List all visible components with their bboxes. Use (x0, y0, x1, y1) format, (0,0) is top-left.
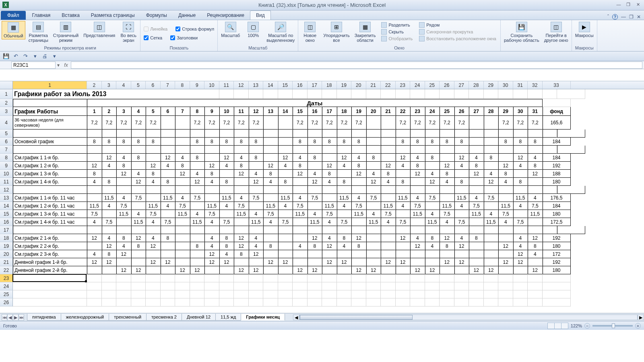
cell[interactable] (161, 226, 175, 234)
column-header[interactable]: 31 (513, 81, 528, 89)
cell[interactable] (87, 282, 102, 290)
cell[interactable] (131, 146, 146, 154)
cell[interactable]: 7,5 (249, 194, 264, 202)
cell[interactable] (351, 226, 366, 234)
cell[interactable] (513, 298, 528, 306)
cell[interactable]: 12 (190, 266, 205, 274)
cell[interactable] (498, 130, 513, 138)
cell[interactable]: 4 (366, 210, 381, 218)
cell[interactable] (146, 290, 161, 298)
column-header[interactable]: 28 (469, 81, 484, 89)
cell[interactable] (87, 226, 102, 234)
cell[interactable]: 12 (219, 154, 234, 162)
cell[interactable]: 4 (102, 234, 117, 242)
cell[interactable] (498, 274, 513, 282)
workbook-restore-icon[interactable]: ❐ (629, 14, 634, 20)
cell[interactable]: 8 (102, 250, 117, 258)
cell[interactable]: 4 (131, 170, 146, 178)
row-header[interactable]: 20 (0, 250, 13, 258)
cell[interactable] (454, 250, 469, 258)
cell[interactable]: 184 (543, 154, 571, 162)
cell[interactable] (410, 290, 425, 298)
cell[interactable] (175, 130, 190, 138)
cell[interactable]: 192 (543, 162, 571, 170)
cell[interactable]: 12 (469, 170, 484, 178)
cell[interactable] (322, 266, 337, 274)
cell[interactable]: 4 (396, 202, 411, 210)
cell[interactable]: 7,5 (190, 194, 205, 202)
cell[interactable]: 4 (175, 154, 190, 162)
cell[interactable] (469, 250, 484, 258)
cell[interactable] (469, 178, 484, 186)
cell[interactable] (528, 290, 543, 298)
cell[interactable]: 7,5 (484, 194, 499, 202)
cell[interactable]: 8 (219, 234, 234, 242)
fx-icon[interactable]: fx (63, 62, 69, 68)
cell[interactable] (543, 274, 571, 282)
cell[interactable] (513, 170, 528, 178)
cell[interactable] (308, 258, 322, 266)
cell[interactable] (161, 146, 175, 154)
cell[interactable]: 12 (337, 258, 352, 266)
cell[interactable] (234, 146, 249, 154)
cell[interactable]: 8 (234, 138, 249, 146)
cell[interactable] (498, 298, 513, 306)
cell[interactable]: 4 (293, 154, 308, 162)
cell[interactable]: 11,5 (278, 194, 293, 202)
cell[interactable] (513, 146, 528, 154)
cell[interactable]: 8 (337, 138, 352, 146)
cell[interactable]: 7,2 (337, 116, 352, 130)
cell[interactable]: 8 (440, 138, 454, 146)
cell[interactable] (498, 146, 513, 154)
cell[interactable] (308, 89, 322, 99)
cell[interactable] (175, 138, 190, 146)
cell[interactable] (278, 130, 293, 138)
cell[interactable] (278, 290, 293, 298)
row-header[interactable]: 7 (0, 146, 13, 154)
cell[interactable] (131, 186, 146, 194)
cell[interactable] (469, 226, 484, 234)
cell[interactable] (322, 250, 337, 258)
cell[interactable]: 7,5 (410, 202, 425, 210)
cell[interactable]: 12 (513, 250, 528, 258)
cell[interactable]: 11,5 (116, 210, 131, 218)
cell[interactable]: 11,5 (381, 202, 396, 210)
cell[interactable]: 4 (102, 162, 117, 170)
tab-nav-last-icon[interactable]: ⏭ (19, 314, 24, 321)
cell[interactable] (484, 274, 499, 282)
cell[interactable] (410, 89, 425, 99)
cell[interactable] (337, 274, 352, 282)
cell[interactable]: 7,5 (219, 218, 234, 226)
cell[interactable] (381, 116, 396, 130)
cell[interactable] (278, 138, 293, 146)
row-header[interactable]: 22 (0, 266, 13, 274)
cell[interactable] (440, 226, 454, 234)
cell[interactable] (410, 146, 425, 154)
cell[interactable] (425, 146, 440, 154)
cell[interactable]: 11,5 (131, 218, 146, 226)
cell[interactable]: 8 (249, 154, 264, 162)
cell[interactable] (219, 290, 234, 298)
cell[interactable] (484, 89, 499, 99)
cell[interactable] (131, 226, 146, 234)
cell[interactable] (131, 290, 146, 298)
cell[interactable] (543, 282, 571, 290)
cell[interactable]: 8 (308, 242, 322, 250)
cell[interactable]: 12 (351, 266, 366, 274)
cell[interactable] (249, 89, 264, 99)
cell[interactable]: 12 (146, 258, 161, 266)
cell[interactable] (87, 154, 102, 162)
cell[interactable]: 12 (249, 178, 264, 186)
cell[interactable]: 20 (366, 107, 381, 116)
cell[interactable] (366, 298, 381, 306)
cell[interactable]: 8 (219, 178, 234, 186)
cell[interactable] (161, 266, 175, 274)
cell[interactable] (116, 290, 131, 298)
cell[interactable]: фонд (543, 107, 571, 116)
cell[interactable] (175, 178, 190, 186)
cell[interactable]: Дневной график 1-й бр. (13, 258, 87, 266)
cell[interactable]: 7,5 (161, 218, 175, 226)
cell[interactable] (263, 116, 278, 130)
cell[interactable] (440, 130, 454, 138)
cell[interactable]: 12 (131, 178, 146, 186)
